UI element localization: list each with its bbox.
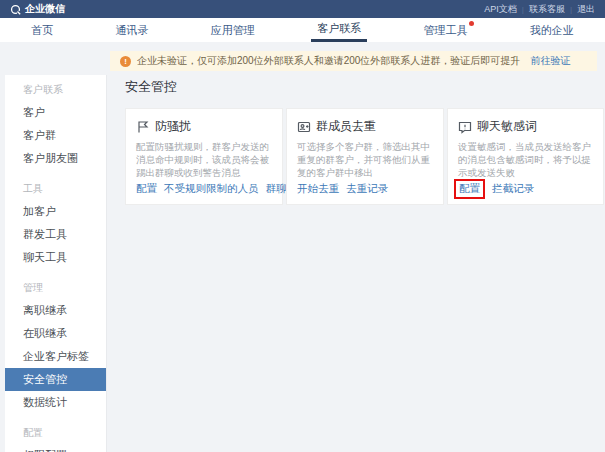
card-sensitive-words: 聊天敏感词 设置敏感词，当成员发送给客户的消息包含敏感词时，将予以提示或发送失败… <box>447 108 604 205</box>
banner-text: 企业未验证，仅可添加200位外部联系人和邀请200位外部联系人进群，验证后即可提… <box>137 54 520 68</box>
card-links: 配置 拦截记录 <box>458 179 593 199</box>
api-docs-link[interactable]: API文档 <box>484 3 517 16</box>
tab-home[interactable]: 首页 <box>25 18 59 42</box>
page: 企业微信 API文档 | 联系客服 | 退出 首页 通讯录 应用管理 客户联系 … <box>0 0 605 452</box>
brand-name: 企业微信 <box>25 2 65 16</box>
sidebar-group-customer-contact: 客户联系 <box>5 79 106 101</box>
logout-link[interactable]: 退出 <box>577 3 595 16</box>
tab-app-management[interactable]: 应用管理 <box>205 18 261 42</box>
tab-customer-contact[interactable]: 客户联系 <box>311 18 367 42</box>
verification-banner: ! 企业未验证，仅可添加200位外部联系人和邀请200位外部联系人进群，验证后即… <box>110 51 597 71</box>
sidebar-item-customers[interactable]: 客户 <box>5 101 106 124</box>
topbar-links: API文档 | 联系客服 | 退出 <box>484 3 595 16</box>
flag-icon <box>136 120 150 134</box>
sidebar-item-customer-moments[interactable]: 客户朋友圈 <box>5 147 106 170</box>
card-group-dedupe: 群成员去重 可选择多个客户群，筛选出其中重复的群客户，并可将他们从重复的客户群中… <box>286 108 444 205</box>
sidebar-item-resigned-handover[interactable]: 离职继承 <box>5 299 106 322</box>
tab-my-company[interactable]: 我的企业 <box>524 18 580 42</box>
main-nav: 首页 通讯录 应用管理 客户联系 管理工具 我的企业 <box>0 18 605 42</box>
alert-icon: ! <box>120 56 131 67</box>
sidebar-item-customer-tags[interactable]: 企业客户标签 <box>5 345 106 368</box>
topbar: 企业微信 API文档 | 联系客服 | 退出 <box>0 0 605 18</box>
sidebar-item-active-handover[interactable]: 在职继承 <box>5 322 106 345</box>
brand-logo[interactable]: 企业微信 <box>10 2 65 16</box>
sidebar-item-customer-groups[interactable]: 客户群 <box>5 124 106 147</box>
sidebar-item-security-control[interactable]: 安全管控 <box>5 368 106 391</box>
divider: | <box>522 5 524 14</box>
sidebar-item-permission-config[interactable]: 权限配置 <box>5 444 106 452</box>
group-dedupe-icon <box>297 120 311 134</box>
card-links: 开始去重 去重记录 <box>297 182 433 196</box>
card-description: 设置敏感词，当成员发送给客户的消息包含敏感词时，将予以提示或发送失败 <box>458 140 593 179</box>
card-title: 群成员去重 <box>316 118 376 135</box>
card-anti-harassment: 防骚扰 配置防骚扰规则，群客户发送的消息命中规则时，该成员将会被踢出群聊或收到警… <box>125 108 283 205</box>
card-header: 防骚扰 <box>136 118 272 135</box>
tab-management-tools-label: 管理工具 <box>423 23 467 38</box>
card-description: 配置防骚扰规则，群客户发送的消息命中规则时，该成员将会被踢出群聊或收到警告消息 <box>136 140 272 179</box>
tab-management-tools[interactable]: 管理工具 <box>417 18 473 42</box>
tab-contacts[interactable]: 通讯录 <box>109 18 154 42</box>
sidebar-item-broadcast-tools[interactable]: 群发工具 <box>5 223 106 246</box>
contact-support-link[interactable]: 联系客服 <box>529 3 565 16</box>
sidebar-group-config: 配置 <box>5 422 106 444</box>
sidebar-group-tools: 工具 <box>5 178 106 200</box>
sidebar: 客户联系 客户 客户群 客户朋友圈 工具 加客户 群发工具 聊天工具 管理 离职… <box>5 75 107 452</box>
card-links: 配置 不受规则限制的人员 群聊黑名单 <box>136 182 272 196</box>
go-verify-link[interactable]: 前往验证 <box>530 54 570 68</box>
notification-dot <box>469 21 474 26</box>
exempt-members-link[interactable]: 不受规则限制的人员 <box>164 182 259 196</box>
sidebar-group-management: 管理 <box>5 277 106 299</box>
configure-link[interactable]: 配置 <box>136 182 157 196</box>
sidebar-item-data-statistics[interactable]: 数据统计 <box>5 391 106 414</box>
sidebar-item-chat-tools[interactable]: 聊天工具 <box>5 246 106 269</box>
card-header: 群成员去重 <box>297 118 433 135</box>
card-title: 聊天敏感词 <box>477 118 537 135</box>
divider: | <box>570 5 572 14</box>
card-title: 防骚扰 <box>155 118 191 135</box>
page-title: 安全管控 <box>125 78 605 98</box>
main-content: 安全管控 防骚扰 配置防骚扰规则，群客户发送的消息命中规则时，该成员将会被踢出群… <box>125 78 605 205</box>
dedupe-records-link[interactable]: 去重记录 <box>346 182 388 196</box>
card-header: 聊天敏感词 <box>458 118 593 135</box>
configure-link[interactable]: 配置 <box>459 182 480 194</box>
sidebar-item-add-customer[interactable]: 加客户 <box>5 200 106 223</box>
annotation-highlight-box: 配置 <box>454 179 485 199</box>
wecom-logo-icon <box>10 4 21 15</box>
card-description: 可选择多个客户群，筛选出其中重复的群客户，并可将他们从重复的客户群中移出 <box>297 140 433 179</box>
chat-bubble-icon <box>458 120 472 134</box>
feature-cards: 防骚扰 配置防骚扰规则，群客户发送的消息命中规则时，该成员将会被踢出群聊或收到警… <box>125 108 605 205</box>
start-dedupe-link[interactable]: 开始去重 <box>297 182 339 196</box>
intercept-records-link[interactable]: 拦截记录 <box>492 182 534 196</box>
